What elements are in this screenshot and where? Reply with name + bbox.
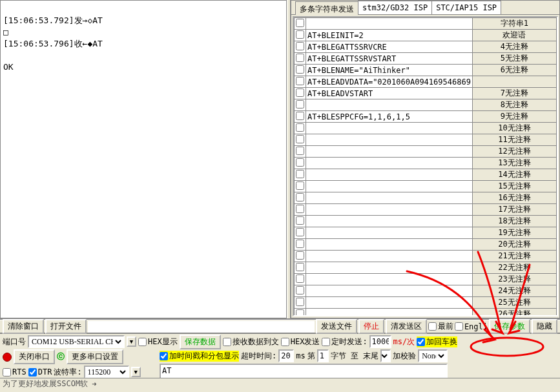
send-string-button[interactable]: 22无注释 [472, 262, 556, 274]
send-string-button[interactable]: 20无注释 [472, 239, 556, 251]
tab-multi-string-send[interactable]: 多条字符串发送 [295, 1, 358, 15]
row-checkbox[interactable] [296, 77, 304, 85]
cmd-cell[interactable] [306, 99, 473, 111]
more-settings-button[interactable]: 更多串口设置 [67, 349, 123, 364]
row-checkbox[interactable] [296, 286, 304, 294]
row-checkbox[interactable] [296, 65, 304, 74]
send-string-button[interactable]: 21无注释 [472, 251, 556, 262]
cmd-cell[interactable] [306, 262, 473, 274]
cmd-cell[interactable]: AT+BLENAME="AiThinker" [306, 65, 473, 76]
row-checkbox[interactable] [296, 19, 304, 27]
send-string-button[interactable]: 16无注释 [472, 192, 556, 204]
cmd-cell[interactable] [306, 134, 473, 146]
send-string-button[interactable]: 字符串1 [472, 18, 556, 30]
row-checkbox[interactable] [296, 205, 304, 213]
add-crlf-checkbox[interactable] [417, 338, 425, 346]
row-checkbox[interactable] [296, 274, 304, 283]
send-string-button[interactable]: 8无注释 [472, 99, 556, 111]
send-string-button[interactable]: 12无注释 [472, 146, 556, 158]
cmd-cell[interactable]: AT+BLEGATTSSRVCRE [306, 41, 473, 53]
cmd-cell[interactable] [306, 158, 473, 169]
send-string-button[interactable]: 23无注释 [472, 274, 556, 285]
save-data-button[interactable]: 保存数据 [180, 335, 221, 349]
cmd-cell[interactable] [306, 216, 473, 227]
cmd-cell[interactable] [306, 251, 473, 262]
cmd-cell[interactable]: AT+BLEINIT=2 [306, 30, 473, 41]
row-checkbox[interactable] [296, 251, 304, 260]
send-string-button[interactable]: 26无注释 [472, 309, 556, 317]
row-checkbox[interactable] [296, 42, 304, 50]
send-string-button[interactable]: 24无注释 [472, 285, 556, 297]
cmd-cell[interactable] [306, 227, 473, 239]
send-string-button[interactable]: 14无注释 [472, 169, 556, 181]
send-string-button[interactable]: 7无注释 [472, 88, 556, 99]
timeout-input[interactable] [278, 349, 294, 362]
interval-input[interactable] [369, 335, 391, 348]
cmd-cell[interactable]: AT+BLEADVDATA="0201060A094169546869 [306, 76, 473, 88]
cmd-cell[interactable]: AT+BLESPPCFG=1,1,6,1,5 [306, 111, 473, 123]
cmd-cell[interactable]: AT+BLEADVSTART [306, 88, 473, 99]
row-checkbox[interactable] [296, 216, 304, 225]
hex-show-checkbox[interactable] [138, 338, 147, 346]
cmd-cell[interactable] [306, 146, 473, 158]
row-checkbox[interactable] [296, 193, 304, 201]
cmd-cell[interactable]: AT+BLEGATTSSRVSTART [306, 53, 473, 65]
save-params-button[interactable]: 保存参数 [489, 319, 530, 334]
crc-combo[interactable]: None [418, 349, 448, 362]
send-string-button[interactable]: 25无注释 [472, 297, 556, 309]
send-string-button[interactable]: 6无注释 [472, 65, 556, 76]
dtr-checkbox[interactable] [28, 368, 37, 377]
topmost-checkbox[interactable] [428, 322, 437, 331]
row-checkbox[interactable] [296, 147, 304, 155]
send-string-button[interactable]: 5无注释 [472, 53, 556, 65]
recv-to-file-checkbox[interactable] [223, 338, 231, 346]
stop-button[interactable]: 停止 [358, 319, 384, 334]
send-string-button[interactable]: 13无注释 [472, 158, 556, 169]
cmd-cell[interactable] [306, 204, 473, 216]
send-string-button[interactable] [472, 76, 556, 88]
byte-num-input[interactable] [317, 349, 329, 362]
clear-window-button[interactable]: 清除窗口 [3, 319, 44, 334]
send-string-button[interactable]: 11无注释 [472, 134, 556, 146]
send-string-button[interactable]: 17无注释 [472, 204, 556, 216]
cmd-cell[interactable] [306, 297, 473, 309]
send-string-button[interactable]: 4无注释 [472, 41, 556, 53]
send-file-button[interactable]: 发送文件 [316, 319, 357, 334]
port-dropdown-icon[interactable]: ▼ [127, 336, 136, 347]
cmd-cell[interactable] [306, 181, 473, 192]
port-combo[interactable]: COM12 USB-SERIAL CH34( [28, 335, 125, 348]
row-checkbox[interactable] [296, 263, 304, 271]
send-string-button[interactable]: 18无注释 [472, 216, 556, 227]
english-checkbox[interactable] [455, 322, 463, 331]
open-file-button[interactable]: 打开文件 [45, 319, 87, 334]
send-string-button[interactable]: 9无注释 [472, 111, 556, 123]
row-checkbox[interactable] [296, 100, 304, 108]
timestamp-checkbox[interactable] [160, 352, 168, 360]
close-port-button[interactable]: 关闭串口 [14, 349, 55, 364]
send-string-button[interactable]: 15无注释 [472, 181, 556, 192]
timed-send-checkbox[interactable] [322, 338, 330, 346]
send-string-button[interactable]: 19无注释 [472, 227, 556, 239]
multi-send-grid[interactable]: 字符串1AT+BLEINIT=2欢迎语AT+BLEGATTSSRVCRE4无注释… [293, 16, 558, 316]
cmd-cell[interactable] [306, 239, 473, 251]
row-checkbox[interactable] [296, 123, 304, 132]
baud-combo[interactable]: 115200 [84, 366, 129, 378]
clear-send-button[interactable]: 清发送区 [386, 319, 427, 334]
baud-dropdown-icon[interactable]: ▼ [131, 367, 141, 377]
cmd-cell[interactable] [306, 192, 473, 204]
rts-checkbox[interactable] [3, 368, 11, 377]
row-checkbox[interactable] [296, 88, 304, 97]
row-checkbox[interactable] [296, 54, 304, 62]
row-checkbox[interactable] [296, 240, 304, 248]
row-checkbox[interactable] [296, 112, 304, 120]
row-checkbox[interactable] [296, 298, 304, 306]
hex-send-checkbox[interactable] [281, 338, 289, 346]
send-string-button[interactable]: 10无注释 [472, 123, 556, 134]
tab-stc-isp[interactable]: STC/IAP15 ISP [431, 1, 501, 14]
refresh-icon[interactable]: ⓒ [57, 351, 65, 362]
cmd-cell[interactable] [306, 285, 473, 297]
tab-stm32-isp[interactable]: stm32/GD32 ISP [358, 1, 432, 14]
receive-terminal[interactable]: [15:06:53.792]发→◇AT □ [15:06:53.796]收←◆A… [0, 0, 287, 318]
hide-button[interactable]: 隐藏 [532, 319, 557, 334]
row-checkbox[interactable] [296, 181, 304, 190]
